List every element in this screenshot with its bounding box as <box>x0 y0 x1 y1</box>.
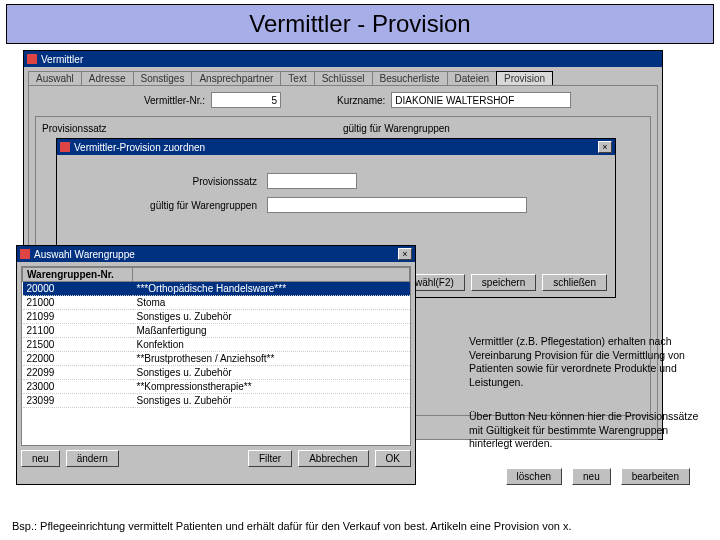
table-row[interactable]: 23099Sonstiges u. Zubehör <box>23 394 410 408</box>
loeschen-button[interactable]: löschen <box>506 468 562 485</box>
neu-button[interactable]: neu <box>21 450 60 467</box>
window-auswahl-warengruppe: Auswahl Warengruppe × Warengruppen-Nr. 2… <box>16 245 416 485</box>
app-icon <box>20 249 30 259</box>
label-warengruppen: gültig für Warengruppen <box>97 200 267 211</box>
label-provisionssatz: Provisionssatz <box>97 176 267 187</box>
tab-adresse[interactable]: Adresse <box>81 71 134 85</box>
info-text-1: Vermittler (z.B. Pflegestation) erhalten… <box>469 335 704 390</box>
column-header-nr[interactable]: Warengruppen-Nr. <box>23 268 133 282</box>
kurzname-field[interactable] <box>391 92 571 108</box>
titlebar-vermittler: Vermittler <box>24 51 662 67</box>
table-row[interactable]: 23000**Kompressionstherapie** <box>23 380 410 394</box>
filter-button[interactable]: Filter <box>248 450 292 467</box>
titlebar-auswahl: Auswahl Warengruppe × <box>17 246 415 262</box>
tab-sonstiges[interactable]: Sonstiges <box>133 71 193 85</box>
page-title: Vermittler - Provision <box>6 4 714 44</box>
table-row[interactable]: 22099Sonstiges u. Zubehör <box>23 366 410 380</box>
tab-dateien[interactable]: Dateien <box>447 71 497 85</box>
table-row[interactable]: 21500Konfektion <box>23 338 410 352</box>
label-vermittler-nr: Vermittler-Nr.: <box>35 95 205 106</box>
abbrechen-button[interactable]: Abbrechen <box>298 450 368 467</box>
schliessen-button[interactable]: schließen <box>542 274 607 291</box>
warengruppen-field[interactable] <box>267 197 527 213</box>
tab-besucherliste[interactable]: Besucherliste <box>372 71 448 85</box>
speichern-button[interactable]: speichern <box>471 274 536 291</box>
app-icon <box>60 142 70 152</box>
tab-schlüssel[interactable]: Schlüssel <box>314 71 373 85</box>
close-icon[interactable]: × <box>398 248 412 260</box>
close-icon[interactable]: × <box>598 141 612 153</box>
table-row[interactable]: 20000***Orthopädische Handelsware*** <box>23 282 410 296</box>
aendern-button[interactable]: ändern <box>66 450 119 467</box>
table-row[interactable]: 22000**Brustprothesen / Anziehsoft** <box>23 352 410 366</box>
table-row[interactable]: 21099Sonstiges u. Zubehör <box>23 310 410 324</box>
warengruppen-table[interactable]: Warengruppen-Nr. 20000***Orthopädische H… <box>21 266 411 446</box>
tab-text[interactable]: Text <box>280 71 314 85</box>
screenshot-area: Vermittler AuswahlAdresseSonstigesAnspre… <box>8 50 712 500</box>
info-text-2: Über Button Neu können hier die Provisio… <box>469 410 704 451</box>
window-title: Vermittler-Provision zuordnen <box>74 142 205 153</box>
window-title: Vermittler <box>41 54 83 65</box>
table-row[interactable]: 21000Stoma <box>23 296 410 310</box>
tab-provision[interactable]: Provision <box>496 71 553 85</box>
provisionssatz-field[interactable] <box>267 173 357 189</box>
window-title: Auswahl Warengruppe <box>34 249 135 260</box>
app-icon <box>27 54 37 64</box>
bearbeiten-button[interactable]: bearbeiten <box>621 468 690 485</box>
label-kurzname: Kurzname: <box>337 95 385 106</box>
titlebar-zuordnen: Vermittler-Provision zuordnen × <box>57 139 615 155</box>
vermittler-nr-field[interactable] <box>211 92 281 108</box>
ok-button[interactable]: OK <box>375 450 411 467</box>
neu-button-main[interactable]: neu <box>572 468 611 485</box>
footer-example-text: Bsp.: Pflegeeinrichtung vermittelt Patie… <box>12 520 572 532</box>
table-row[interactable]: 21100Maßanfertigung <box>23 324 410 338</box>
tab-ansprechpartner[interactable]: Ansprechpartner <box>191 71 281 85</box>
tab-auswahl[interactable]: Auswahl <box>28 71 82 85</box>
column-header-desc[interactable] <box>133 268 410 282</box>
